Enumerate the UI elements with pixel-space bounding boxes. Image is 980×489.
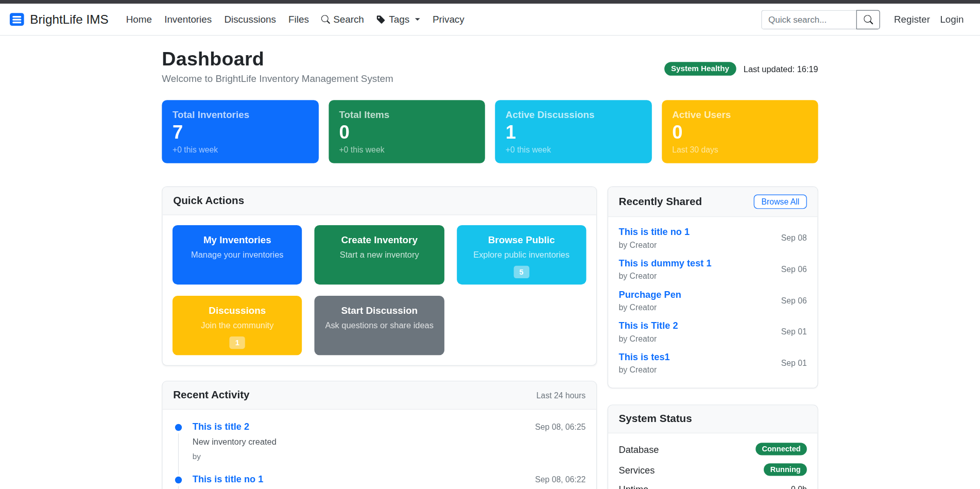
tile-label: Browse Public (488, 234, 555, 246)
shared-item-author: by Creator (619, 272, 712, 281)
shared-item: This is tes1 by Creator Sep 01 (619, 351, 807, 375)
search-icon (864, 15, 873, 24)
start-discussion-tile[interactable]: Start Discussion Ask questions or share … (315, 296, 444, 355)
timeline-dot-icon (175, 477, 182, 483)
activity-timestamp: Sep 08, 06:22 (535, 475, 586, 484)
shared-item-title-link[interactable]: This is Title 2 (619, 320, 678, 331)
tile-subtitle: Start a new inventory (340, 250, 419, 259)
shared-item-main: This is tes1 by Creator (619, 351, 670, 375)
recent-activity-list: This is title 2 Sep 08, 06:25 New invent… (163, 410, 596, 489)
brand-label: BrightLife IMS (30, 12, 108, 27)
login-link[interactable]: Login (935, 9, 969, 30)
shared-item-author: by Creator (619, 240, 690, 249)
nav-item-tags-label: Tags (389, 14, 409, 25)
login-label: Login (940, 14, 964, 25)
nav-item-inventories[interactable]: Inventories (158, 9, 218, 30)
tag-icon (376, 15, 386, 24)
chevron-down-icon (415, 18, 420, 21)
shared-item-author: by Creator (619, 302, 681, 312)
create-inventory-tile[interactable]: Create Inventory Start a new inventory (315, 225, 444, 284)
brand-icon (9, 11, 25, 28)
shared-item-title-link[interactable]: This is title no 1 (619, 226, 690, 237)
recently-shared-list: This is title no 1 by Creator Sep 08 Thi… (608, 217, 818, 387)
last-updated-text: Last updated: 16:19 (744, 64, 818, 73)
left-column: Quick Actions My Inventories Manage your… (162, 187, 597, 489)
quick-actions-card: Quick Actions My Inventories Manage your… (162, 187, 597, 366)
system-status-card: System Status Database Connected Service… (608, 404, 818, 489)
my-inventories-tile[interactable]: My Inventories Manage your inventories (173, 225, 302, 284)
tile-subtitle: Ask questions or share ideas (325, 321, 433, 330)
stat-label: Total Inventories (173, 109, 308, 121)
stat-card-active-discussions: Active Discussions 1 +0 this week (495, 100, 651, 163)
stat-value: 0 (672, 122, 807, 144)
shared-item-title-link[interactable]: This is dummy test 1 (619, 258, 712, 268)
stat-label: Active Discussions (506, 109, 641, 121)
status-value: 0.0h (791, 485, 807, 489)
stat-label: Active Users (672, 109, 807, 121)
page-subtitle: Welcome to BrightLife Inventory Manageme… (162, 73, 393, 85)
status-label: Database (619, 444, 659, 454)
tile-label: Start Discussion (341, 305, 417, 316)
brand[interactable]: BrightLife IMS (9, 11, 109, 28)
tile-subtitle: Join the community (201, 321, 273, 330)
page-header-left: Dashboard Welcome to BrightLife Inventor… (162, 48, 393, 84)
nav-item-home[interactable]: Home (120, 9, 158, 30)
nav-item-search[interactable]: Search (315, 9, 370, 30)
quick-search-input[interactable] (762, 10, 856, 29)
stat-value: 7 (173, 122, 308, 144)
system-status-title: System Status (619, 413, 692, 425)
tile-label: Create Inventory (341, 234, 417, 246)
stat-footnote: +0 this week (506, 145, 641, 154)
page-header: Dashboard Welcome to BrightLife Inventor… (162, 48, 818, 84)
shared-item-main: Purchage Pen by Creator (619, 289, 681, 312)
nav-item-search-label: Search (333, 14, 364, 25)
activity-title-link[interactable]: This is title no 1 (193, 474, 264, 484)
shared-item-date: Sep 01 (781, 358, 807, 367)
status-row-services: Services Running (619, 463, 807, 476)
stat-footnote: Last 30 days (672, 145, 807, 154)
stat-footnote: +0 this week (173, 145, 308, 154)
recently-shared-title: Recently Shared (619, 195, 702, 208)
tile-label: My Inventories (203, 234, 271, 246)
register-label: Register (894, 14, 930, 25)
nav-item-discussions[interactable]: Discussions (218, 9, 282, 30)
navbar: BrightLife IMS Home Inventories Discussi… (0, 4, 980, 36)
register-link[interactable]: Register (889, 9, 935, 30)
timeline-connector (178, 486, 179, 489)
shared-item: This is Title 2 by Creator Sep 01 (619, 320, 807, 343)
shared-item-main: This is Title 2 by Creator (619, 320, 678, 343)
shared-item-title-link[interactable]: This is tes1 (619, 351, 670, 362)
tile-label: Discussions (209, 305, 266, 316)
shared-item-title-link[interactable]: Purchage Pen (619, 289, 681, 300)
activity-title-link[interactable]: This is title 2 (193, 421, 249, 432)
activity-description: New inventory created (193, 437, 586, 446)
shared-item: This is dummy test 1 by Creator Sep 06 (619, 258, 807, 281)
timeline-connector (178, 433, 179, 475)
nav-links: Home Inventories Discussions Files Searc… (120, 9, 471, 30)
nav-right: Register Login (762, 9, 971, 30)
stat-value: 0 (339, 122, 474, 144)
recent-activity-card: Recent Activity Last 24 hours This is ti… (162, 381, 597, 489)
shared-item-author: by Creator (619, 334, 678, 343)
nav-item-home-label: Home (126, 14, 152, 25)
stat-value: 1 (506, 122, 641, 144)
nav-item-discussions-label: Discussions (224, 14, 276, 25)
stat-footnote: +0 this week (339, 145, 474, 154)
nav-item-files[interactable]: Files (282, 9, 315, 30)
nav-item-inventories-label: Inventories (164, 14, 212, 25)
browse-all-button[interactable]: Browse All (754, 194, 807, 209)
nav-item-privacy[interactable]: Privacy (426, 9, 471, 30)
system-status-body: Database Connected Services Running Upti… (608, 433, 818, 489)
quick-actions-title: Quick Actions (173, 194, 244, 207)
browse-public-tile[interactable]: Browse Public Explore public inventories… (457, 225, 587, 284)
recent-activity-range: Last 24 hours (537, 391, 586, 400)
tile-count-badge: 1 (230, 336, 245, 349)
timeline-dot-icon (175, 424, 182, 431)
discussions-tile[interactable]: Discussions Join the community 1 (173, 296, 302, 355)
window-top-strip (0, 0, 980, 4)
quick-search-button[interactable] (856, 10, 880, 29)
shared-item-date: Sep 06 (781, 296, 807, 305)
nav-item-tags[interactable]: Tags (370, 9, 426, 30)
activity-item: This is title no 1 Sep 08, 06:22 New inv… (173, 474, 586, 489)
status-label: Uptime (619, 484, 649, 489)
